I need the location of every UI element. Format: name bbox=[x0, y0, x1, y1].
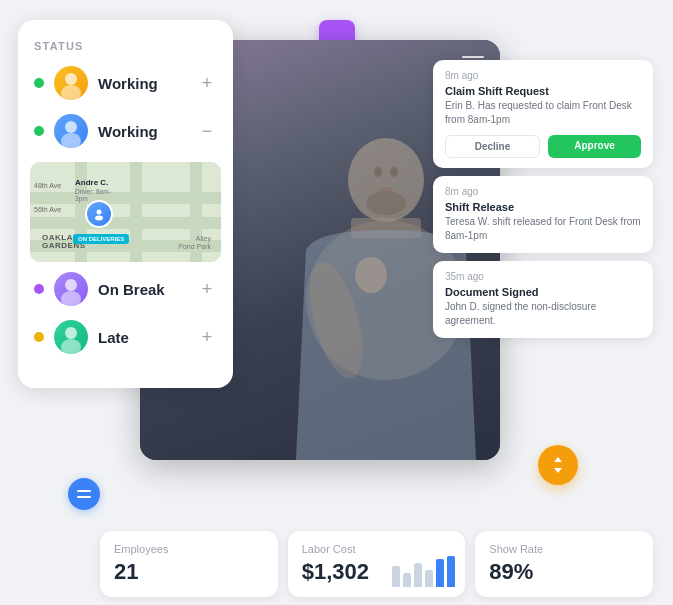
svg-point-18 bbox=[61, 339, 81, 354]
status-action-add-1[interactable]: + bbox=[197, 73, 217, 93]
svg-point-17 bbox=[65, 327, 77, 339]
notif-body-1: Erin B. Has requested to claim Front Des… bbox=[445, 99, 641, 127]
status-action-minus-2[interactable]: − bbox=[197, 121, 217, 141]
equals-line-bottom bbox=[77, 496, 91, 498]
svg-point-6 bbox=[390, 167, 398, 177]
svg-point-5 bbox=[374, 167, 382, 177]
map-pin: Andre C. Driver: 8am-3pm ON DELIVERIES bbox=[85, 200, 113, 228]
notif-body-2: Teresa W. shift released for Front Desk … bbox=[445, 215, 641, 243]
stat-card-show-rate: Show Rate 89% bbox=[475, 531, 653, 597]
pin-driver-role: Driver: 8am-3pm bbox=[75, 188, 113, 202]
avatar-3 bbox=[54, 272, 88, 306]
notif-body-3: John D. signed the non-disclosure agreem… bbox=[445, 300, 641, 328]
map-text-pond: Pond Park bbox=[178, 243, 211, 250]
chart-bar bbox=[447, 556, 455, 588]
stat-value-employees: 21 bbox=[114, 559, 264, 585]
status-item-working-1: Working + bbox=[34, 66, 217, 100]
svg-point-12 bbox=[61, 133, 81, 148]
notif-title-3: Document Signed bbox=[445, 286, 641, 298]
notif-time-3: 35m ago bbox=[445, 271, 641, 282]
svg-point-9 bbox=[65, 73, 77, 85]
status-dot-green-2 bbox=[34, 126, 44, 136]
status-item-on-break: On Break + bbox=[34, 272, 217, 306]
svg-point-13 bbox=[97, 210, 102, 215]
status-dot-green-1 bbox=[34, 78, 44, 88]
chart-bar bbox=[425, 570, 433, 588]
svg-point-11 bbox=[65, 121, 77, 133]
notif-actions-1: Decline Approve bbox=[445, 135, 641, 158]
svg-point-14 bbox=[95, 216, 103, 221]
status-label-on-break: On Break bbox=[98, 281, 187, 298]
notif-title-1: Claim Shift Request bbox=[445, 85, 641, 97]
pin-badge: ON DELIVERIES bbox=[73, 234, 129, 244]
status-label-late: Late bbox=[98, 329, 187, 346]
map-label-56th: 56th Ave bbox=[34, 206, 61, 213]
notification-card-claim-shift: 8m ago Claim Shift Request Erin B. Has r… bbox=[433, 60, 653, 168]
svg-point-16 bbox=[61, 291, 81, 306]
stats-row: Employees 21 Labor Cost $1,302 Show Rate… bbox=[100, 531, 653, 597]
map-background: 48th Ave 56th Ave Andre C. Driver: 8am-3… bbox=[30, 162, 221, 262]
svg-point-15 bbox=[65, 279, 77, 291]
notif-title-2: Shift Release bbox=[445, 201, 641, 213]
avatar-4 bbox=[54, 320, 88, 354]
chart-bar bbox=[436, 559, 444, 587]
map-label-48th: 48th Ave bbox=[34, 182, 61, 189]
pin-driver-name: Andre C. bbox=[75, 178, 108, 187]
mini-bar-chart bbox=[392, 552, 455, 587]
chart-bar bbox=[392, 566, 400, 587]
map-text-alley: Alley bbox=[196, 235, 211, 242]
status-label-working-1: Working bbox=[98, 75, 187, 92]
status-dot-purple bbox=[34, 284, 44, 294]
decline-button[interactable]: Decline bbox=[445, 135, 540, 158]
stat-label-show-rate: Show Rate bbox=[489, 543, 639, 555]
stat-value-show-rate: 89% bbox=[489, 559, 639, 585]
notif-time-1: 8m ago bbox=[445, 70, 641, 81]
chart-bar bbox=[403, 573, 411, 587]
status-item-late: Late + bbox=[34, 320, 217, 354]
approve-button[interactable]: Approve bbox=[548, 135, 641, 158]
status-action-add-3[interactable]: + bbox=[197, 279, 217, 299]
status-action-add-4[interactable]: + bbox=[197, 327, 217, 347]
status-label-working-2: Working bbox=[98, 123, 187, 140]
scene: STATUS Working + Working − bbox=[0, 0, 673, 605]
chart-bar bbox=[414, 563, 422, 588]
pin-circle bbox=[85, 200, 113, 228]
notif-time-2: 8m ago bbox=[445, 186, 641, 197]
svg-point-8 bbox=[366, 191, 406, 215]
sort-icon[interactable] bbox=[538, 445, 578, 485]
map-section: 48th Ave 56th Ave Andre C. Driver: 8am-3… bbox=[30, 162, 221, 262]
equals-line-top bbox=[77, 490, 91, 492]
avatar-2 bbox=[54, 114, 88, 148]
stat-card-employees: Employees 21 bbox=[100, 531, 278, 597]
stat-label-employees: Employees bbox=[114, 543, 264, 555]
avatar-1 bbox=[54, 66, 88, 100]
stat-card-labor-cost: Labor Cost $1,302 bbox=[288, 531, 466, 597]
notification-card-shift-release: 8m ago Shift Release Teresa W. shift rel… bbox=[433, 176, 653, 253]
svg-point-10 bbox=[61, 85, 81, 100]
svg-point-4 bbox=[355, 257, 387, 293]
status-panel-title: STATUS bbox=[34, 40, 217, 52]
notification-stack: 8m ago Claim Shift Request Erin B. Has r… bbox=[433, 60, 653, 338]
status-dot-yellow bbox=[34, 332, 44, 342]
notification-card-document-signed: 35m ago Document Signed John D. signed t… bbox=[433, 261, 653, 338]
status-item-working-2: Working − bbox=[34, 114, 217, 148]
status-panel: STATUS Working + Working − bbox=[18, 20, 233, 388]
equals-icon bbox=[68, 478, 100, 510]
